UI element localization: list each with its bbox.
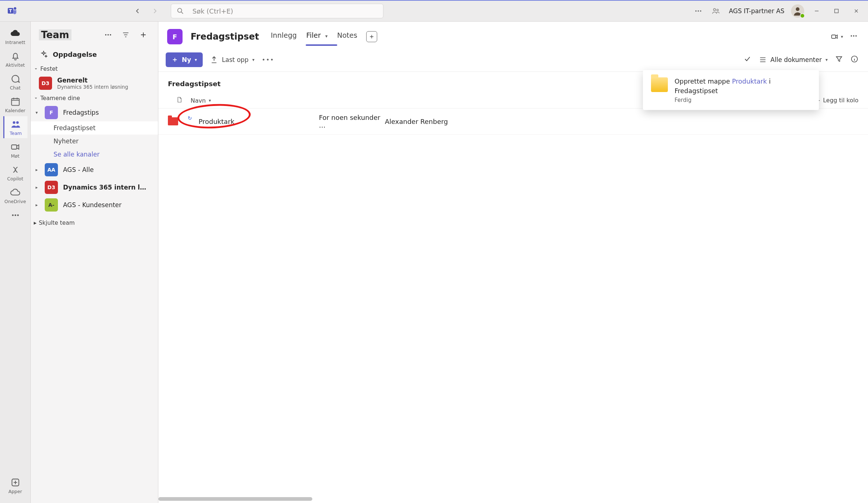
more-options-button[interactable]: [691, 3, 706, 19]
cloud-icon: [10, 28, 21, 38]
rail-intranett[interactable]: Intranett: [3, 25, 27, 47]
chevron-right-icon: ▸: [34, 167, 40, 172]
rail-team[interactable]: Team: [3, 116, 27, 138]
upload-icon: [210, 56, 218, 64]
svg-point-26: [856, 35, 857, 37]
people-icon[interactable]: [708, 3, 724, 19]
svg-point-25: [853, 35, 854, 37]
section-your-teams[interactable]: Teamene dine: [31, 92, 158, 104]
rail-aktivitet[interactable]: Aktivitet: [3, 48, 27, 70]
window-close-button[interactable]: [847, 3, 865, 19]
svg-point-13: [13, 121, 15, 124]
list-icon: [759, 56, 767, 64]
channel-nyheter[interactable]: Nyheter: [31, 135, 158, 148]
nav-back-button[interactable]: [130, 3, 145, 19]
upload-button[interactable]: Last opp ▾: [210, 56, 254, 64]
toast-message: Opprettet mappe Produktark i Fredagstips…: [674, 77, 811, 96]
team-badge: D3: [45, 181, 58, 194]
rail-kalender[interactable]: Kalender: [3, 93, 27, 115]
cloud-outline-icon: [10, 187, 21, 198]
teams-logo-icon: T: [6, 4, 19, 18]
pinned-generelt[interactable]: D3 Generelt Dynamics 365 intern løsning: [31, 74, 158, 92]
chevron-down-icon: [34, 96, 38, 100]
search-box[interactable]: [171, 4, 383, 18]
user-avatar[interactable]: [791, 4, 804, 18]
team-kundesenter[interactable]: ▸ A- AGS - Kundesenter: [31, 196, 158, 214]
add-column-button[interactable]: ＋ Legg til kolo: [815, 97, 858, 104]
svg-point-21: [107, 34, 109, 36]
more-icon: [10, 210, 21, 220]
chevron-down-icon: [34, 67, 38, 71]
svg-point-16: [12, 214, 14, 216]
channel-fredagstipset[interactable]: Fredagstipset: [31, 121, 158, 135]
team-fredagstips[interactable]: ▾ F Fredagstips: [31, 104, 158, 121]
chevron-down-icon: ▾: [325, 33, 328, 39]
rail-mot[interactable]: Møt: [3, 139, 27, 161]
filter-button[interactable]: [835, 55, 843, 65]
team-badge: AA: [45, 163, 58, 176]
files-toolbar: Ny ▾ Last opp ▾ ••• Alle dokumenter ▾: [158, 48, 868, 72]
toast-folder-created: Opprettet mappe Produktark i Fredagstips…: [643, 70, 819, 110]
channel-more-button[interactable]: [850, 32, 858, 41]
apps-icon: [10, 477, 21, 488]
title-bar: T AGS IT-partner AS: [0, 0, 868, 22]
chevron-right-icon: ▸: [34, 185, 40, 190]
add-tab-button[interactable]: [366, 31, 377, 42]
svg-point-5: [698, 10, 699, 12]
info-button[interactable]: [850, 55, 858, 65]
modified-by-value: Alexander Renberg: [385, 118, 466, 125]
tab-notes[interactable]: Notes: [336, 27, 358, 46]
svg-point-4: [695, 10, 697, 12]
team-badge: A-: [45, 198, 58, 212]
rail-copilot[interactable]: Copilot: [3, 162, 27, 184]
svg-point-8: [717, 9, 719, 11]
chevron-down-icon: ▾: [841, 34, 843, 39]
team-d365[interactable]: ▸ D3 Dynamics 365 intern l…: [31, 179, 158, 196]
panel-filter-button[interactable]: [119, 28, 132, 41]
folder-icon: [651, 77, 668, 92]
tab-files[interactable]: Filer ▾: [306, 27, 328, 46]
svg-point-24: [851, 35, 852, 37]
bell-icon: [10, 51, 21, 61]
toolbar-more-button[interactable]: •••: [262, 56, 274, 63]
file-row-produktark[interactable]: ↻ Produktark For noen sekunder … Alexand…: [158, 109, 868, 135]
panel-add-button[interactable]: [137, 28, 150, 41]
tenant-name: AGS IT-partner AS: [729, 7, 784, 15]
window-maximize-button[interactable]: [828, 3, 845, 19]
team-badge: F: [45, 106, 58, 119]
view-selector[interactable]: Alle dokumenter ▾: [759, 56, 828, 64]
search-input[interactable]: [192, 7, 378, 15]
chevron-down-icon: ▾: [825, 57, 828, 62]
meet-button[interactable]: ▾: [831, 33, 843, 41]
rail-chat[interactable]: Chat: [3, 71, 27, 93]
toolbar-check-button[interactable]: [743, 55, 751, 65]
rail-onedrive[interactable]: OneDrive: [3, 184, 27, 206]
nav-forward-button[interactable]: [147, 3, 163, 19]
team-ags-alle[interactable]: ▸ AA AGS - Alle: [31, 161, 158, 179]
svg-rect-11: [835, 9, 838, 13]
teams-panel: Team Oppdagelse Festet D3 Generelt Dynam…: [31, 22, 158, 503]
modified-value: For noen sekunder …: [319, 114, 385, 129]
window-minimize-button[interactable]: [808, 3, 825, 19]
discover-button[interactable]: Oppdagelse: [31, 46, 158, 63]
rail-apper[interactable]: Apper: [3, 474, 27, 496]
panel-more-button[interactable]: [102, 28, 115, 41]
chevron-down-icon: ▾: [195, 57, 197, 62]
section-pinned[interactable]: Festet: [31, 63, 158, 74]
panel-title: Team: [39, 29, 71, 40]
column-type-icon[interactable]: [168, 96, 191, 105]
sparkle-icon: [40, 50, 48, 58]
horizontal-scrollbar[interactable]: [158, 497, 868, 501]
tab-posts[interactable]: Innlegg: [270, 27, 298, 46]
rail-more[interactable]: [3, 207, 27, 223]
chevron-right-icon: ▸: [34, 202, 40, 208]
toast-link[interactable]: Produktark: [732, 78, 767, 85]
new-button[interactable]: Ny ▾: [166, 52, 203, 67]
see-all-channels[interactable]: Se alle kanaler: [31, 148, 158, 161]
svg-point-20: [105, 34, 107, 36]
video-icon: [10, 142, 21, 152]
svg-point-7: [714, 8, 716, 11]
column-name[interactable]: Navn ▾: [191, 97, 319, 104]
section-hidden-teams[interactable]: ▸ Skjulte team: [31, 217, 158, 228]
folder-icon: [168, 117, 178, 125]
